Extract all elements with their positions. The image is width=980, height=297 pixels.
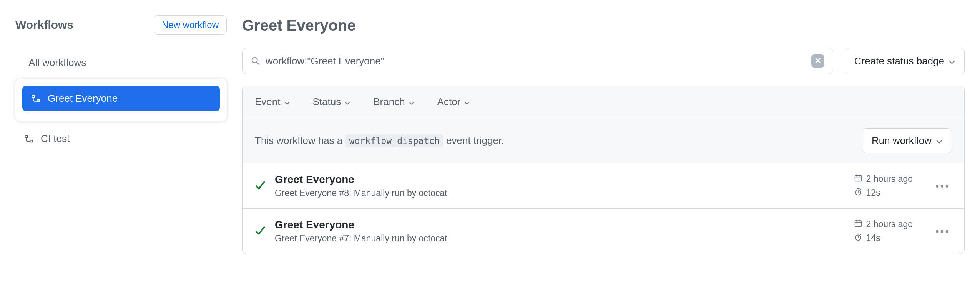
run-title: Greet Everyone bbox=[275, 219, 845, 231]
run-body: Greet Everyone Greet Everyone #7: Manual… bbox=[275, 219, 845, 244]
filter-status[interactable]: Status bbox=[313, 96, 350, 108]
search-icon bbox=[251, 56, 260, 66]
run-when: 2 hours ago bbox=[866, 174, 913, 184]
caret-down-icon bbox=[936, 135, 942, 147]
sidebar-item-label: Greet Everyone bbox=[48, 92, 118, 104]
button-label: Run workflow bbox=[872, 135, 932, 147]
run-duration: 12s bbox=[866, 188, 880, 198]
dispatch-prefix: This workflow has a bbox=[255, 135, 345, 146]
stopwatch-icon bbox=[854, 233, 862, 244]
caret-down-icon bbox=[284, 96, 290, 108]
dispatch-banner: This workflow has a workflow_dispatch ev… bbox=[243, 118, 964, 163]
filter-label: Status bbox=[313, 96, 341, 108]
caret-down-icon bbox=[949, 55, 955, 67]
dispatch-code: workflow_dispatch bbox=[345, 134, 443, 147]
filter-label: Branch bbox=[373, 96, 405, 108]
sidebar: Workflows New workflow All workflows Gre… bbox=[15, 15, 227, 254]
filter-branch[interactable]: Branch bbox=[373, 96, 414, 108]
filter-label: Event bbox=[255, 96, 281, 108]
run-workflow-button[interactable]: Run workflow bbox=[862, 128, 952, 153]
search-box[interactable]: ✕ bbox=[242, 48, 833, 74]
sidebar-item-all-workflows[interactable]: All workflows bbox=[15, 50, 227, 76]
filters-bar: Event Status Branch Actor bbox=[243, 86, 964, 118]
filter-event[interactable]: Event bbox=[255, 96, 290, 108]
run-meta: 2 hours ago 14s bbox=[854, 219, 913, 244]
run-row[interactable]: Greet Everyone Greet Everyone #7: Manual… bbox=[243, 209, 964, 254]
caret-down-icon bbox=[409, 96, 414, 108]
kebab-icon[interactable]: ••• bbox=[933, 225, 952, 238]
runs-panel: Event Status Branch Actor Thi bbox=[242, 86, 965, 254]
calendar-icon bbox=[854, 219, 862, 230]
caret-down-icon bbox=[464, 96, 470, 108]
sidebar-title: Workflows bbox=[15, 18, 73, 31]
svg-rect-1 bbox=[855, 175, 861, 181]
calendar-icon bbox=[854, 174, 862, 185]
caret-down-icon bbox=[345, 96, 350, 108]
run-body: Greet Everyone Greet Everyone #8: Manual… bbox=[275, 173, 845, 198]
sidebar-item-ci-test[interactable]: CI test bbox=[15, 126, 227, 152]
run-duration: 14s bbox=[866, 233, 880, 243]
page-title: Greet Everyone bbox=[242, 17, 965, 34]
sidebar-item-greet-everyone[interactable]: Greet Everyone bbox=[22, 86, 220, 111]
sidebar-item-label: All workflows bbox=[28, 57, 86, 69]
sidebar-header: Workflows New workflow bbox=[15, 15, 227, 35]
new-workflow-button[interactable]: New workflow bbox=[154, 15, 227, 35]
run-subtitle: Greet Everyone #7: Manually run by octoc… bbox=[275, 233, 845, 244]
run-meta: 2 hours ago 12s bbox=[854, 174, 913, 198]
sidebar-item-label: CI test bbox=[41, 133, 70, 145]
workflow-icon bbox=[24, 134, 34, 144]
svg-rect-3 bbox=[855, 221, 861, 226]
run-when: 2 hours ago bbox=[866, 219, 913, 229]
success-check-icon bbox=[255, 225, 266, 238]
toolbar-row: ✕ Create status badge bbox=[242, 48, 965, 74]
main-content: Greet Everyone ✕ Create status badge Eve… bbox=[242, 15, 965, 254]
kebab-icon[interactable]: ••• bbox=[933, 180, 952, 192]
clear-icon[interactable]: ✕ bbox=[811, 54, 824, 68]
search-input[interactable] bbox=[266, 55, 806, 67]
button-label: Create status badge bbox=[854, 55, 944, 67]
run-subtitle: Greet Everyone #8: Manually run by octoc… bbox=[275, 188, 845, 198]
success-check-icon bbox=[255, 180, 266, 192]
filter-label: Actor bbox=[437, 96, 461, 108]
dispatch-suffix: event trigger. bbox=[443, 135, 504, 146]
filter-actor[interactable]: Actor bbox=[437, 96, 470, 108]
workflow-icon bbox=[31, 94, 41, 104]
stopwatch-icon bbox=[854, 188, 862, 198]
run-row[interactable]: Greet Everyone Greet Everyone #8: Manual… bbox=[243, 163, 964, 209]
create-status-badge-button[interactable]: Create status badge bbox=[845, 48, 965, 74]
active-workflow-highlight: Greet Everyone bbox=[15, 79, 227, 121]
dispatch-text: This workflow has a workflow_dispatch ev… bbox=[255, 135, 504, 147]
run-title: Greet Everyone bbox=[275, 173, 845, 186]
